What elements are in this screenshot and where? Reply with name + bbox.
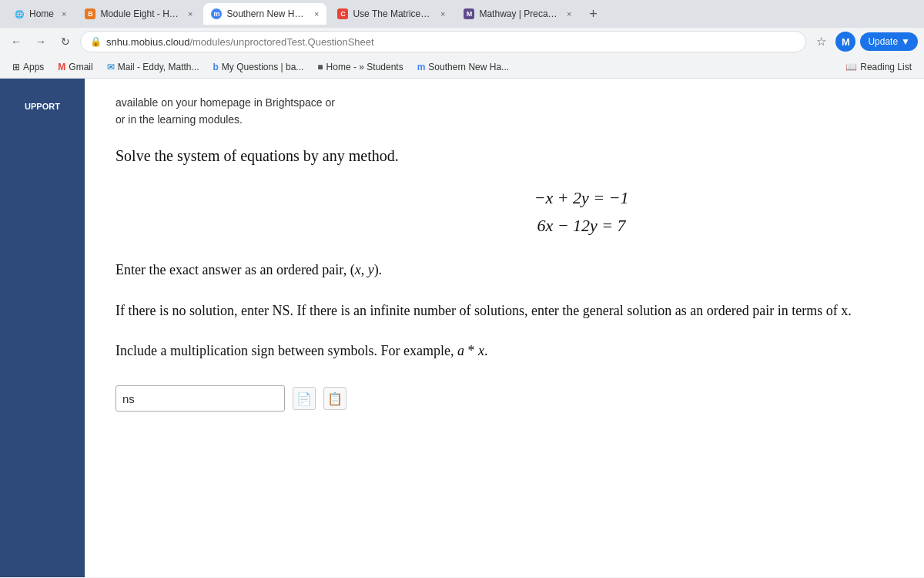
support-line1: available on your homepage in Brightspac… — [116, 94, 893, 111]
info-text: If there is no solution, enter NS. If th… — [116, 300, 893, 322]
address-domain: snhu.mobius.cloud — [106, 36, 189, 48]
instruction-text: Enter the exact answer as an ordered pai… — [116, 259, 893, 281]
tab-matrices-close[interactable]: × — [440, 9, 445, 18]
tab-mathway-icon: M — [464, 8, 474, 19]
apps-icon: ⊞ — [12, 62, 20, 72]
bookmark-mail-label: Mail - Eddy, Matth... — [118, 62, 199, 72]
equations-block: −x + 2y = −1 6x − 12y = 7 — [270, 188, 893, 236]
bookmark-apps[interactable]: ⊞ Apps — [6, 59, 50, 75]
equation-1: −x + 2y = −1 — [270, 188, 893, 208]
tab-home[interactable]: 🌐 Home × — [6, 3, 74, 25]
equation-2: 6x − 12y = 7 — [270, 216, 893, 236]
support-text: available on your homepage in Brightspac… — [116, 94, 893, 129]
mail-icon: ✉ — [107, 62, 115, 72]
tab-mathway-close[interactable]: × — [567, 9, 571, 18]
update-button[interactable]: Update ▼ — [860, 32, 918, 51]
address-box[interactable]: 🔒 snhu.mobius.cloud/modules/unproctoredT… — [80, 31, 806, 52]
page-wrapper: UPPORT available on your homepage in Bri… — [0, 79, 924, 577]
bookmark-gmail[interactable]: M Gmail — [52, 59, 99, 75]
tab-module-label: Module Eight - HIS-100-Q112E — [100, 8, 180, 19]
clipboard-icon: 📋 — [327, 391, 343, 406]
tab-module-icon: B — [85, 8, 95, 19]
tab-mathway[interactable]: M Mathway | Precalculus Proble × — [456, 3, 579, 25]
answer-row: 📄 📋 — [116, 385, 893, 412]
formula-icon: 📄 — [296, 391, 312, 406]
myquestions-icon: b — [213, 62, 219, 72]
profile-button[interactable]: M — [835, 32, 855, 52]
bookmark-southern-label: Southern New Ha... — [428, 62, 509, 72]
southern-icon: m — [417, 62, 426, 72]
forward-button[interactable]: → — [31, 32, 51, 52]
bookmark-southern[interactable]: m Southern New Ha... — [411, 59, 515, 75]
back-button[interactable]: ← — [6, 32, 26, 52]
reading-list-button[interactable]: 📖 Reading List — [839, 59, 918, 75]
support-line2: or in the learning modules. — [116, 111, 893, 128]
bookmark-mail[interactable]: ✉ Mail - Eddy, Matth... — [101, 59, 206, 75]
reload-button[interactable]: ↻ — [55, 32, 75, 52]
tab-home-close[interactable]: × — [62, 9, 66, 18]
tab-home-icon: 🌐 — [14, 8, 25, 19]
question-section: Solve the system of equations by any met… — [116, 147, 893, 412]
bookmark-star-button[interactable]: ☆ — [811, 32, 831, 52]
tab-snhu-label: Southern New Hampshire Univ — [226, 8, 306, 19]
update-label: Update — [868, 36, 898, 47]
formula-button[interactable]: 📄 — [293, 387, 316, 410]
home-bookmark-icon: ■ — [317, 62, 323, 72]
address-text: snhu.mobius.cloud/modules/unproctoredTes… — [106, 36, 796, 48]
bookmark-home-label: Home - » Students — [326, 62, 403, 72]
clipboard-button[interactable]: 📋 — [323, 387, 346, 410]
tab-matrices-label: Use The Matrices Below To Pe — [353, 8, 433, 19]
update-chevron-icon: ▼ — [901, 36, 910, 47]
address-path: /modules/unproctoredTest.QuestionSheet — [189, 36, 373, 48]
tab-module-close[interactable]: × — [188, 9, 192, 18]
tab-matrices[interactable]: C Use The Matrices Below To Pe × — [330, 3, 453, 25]
tab-matrices-icon: C — [337, 8, 348, 19]
main-content: available on your homepage in Brightspac… — [85, 79, 924, 577]
bookmark-gmail-label: Gmail — [69, 62, 92, 72]
reading-list-icon: 📖 — [845, 62, 857, 72]
bookmark-home[interactable]: ■ Home - » Students — [311, 59, 409, 75]
reading-list-label: Reading List — [860, 62, 912, 72]
bookmark-myquestions-label: My Questions | ba... — [222, 62, 304, 72]
tab-home-label: Home — [29, 8, 54, 19]
bookmarks-bar: ⊞ Apps M Gmail ✉ Mail - Eddy, Matth... b… — [0, 55, 924, 79]
new-tab-button[interactable]: + — [582, 3, 604, 25]
tab-snhu[interactable]: m Southern New Hampshire Univ × — [203, 3, 326, 25]
sidebar-logo: UPPORT — [18, 86, 66, 122]
sidebar: UPPORT — [0, 79, 85, 577]
example-text: Include a multiplication sign between sy… — [116, 340, 893, 362]
tab-mathway-label: Mathway | Precalculus Proble — [479, 8, 559, 19]
address-bar-row: ← → ↻ 🔒 snhu.mobius.cloud/modules/unproc… — [0, 28, 924, 55]
question-title: Solve the system of equations by any met… — [116, 147, 893, 165]
tab-snhu-close[interactable]: × — [314, 9, 319, 18]
bookmark-myquestions[interactable]: b My Questions | ba... — [207, 59, 310, 75]
answer-input[interactable] — [116, 385, 285, 412]
tab-module[interactable]: B Module Eight - HIS-100-Q112E × — [77, 3, 200, 25]
lock-icon: 🔒 — [90, 36, 102, 47]
title-bar: 🌐 Home × B Module Eight - HIS-100-Q112E … — [0, 0, 924, 28]
gmail-icon: M — [58, 62, 65, 72]
bookmark-apps-label: Apps — [23, 62, 44, 72]
tab-snhu-icon: m — [211, 8, 222, 19]
